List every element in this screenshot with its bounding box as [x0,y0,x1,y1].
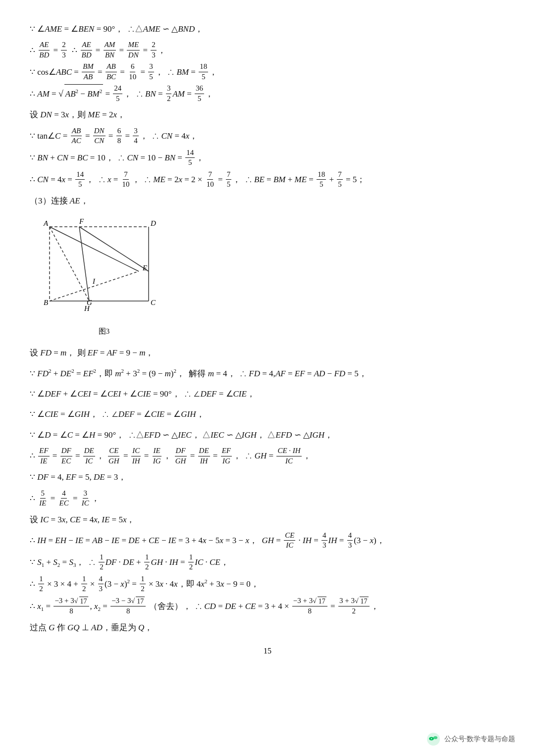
frac-CD-val: −3 + 3√178 [292,596,327,616]
text: IC · CE， [195,553,228,571]
diagram-label: 图3 [40,324,168,339]
text: , x2 = [90,597,110,615]
text: ， ∴ x = [86,170,120,189]
text: = [121,447,130,465]
text: （舍去）， ∴ CD = DE + CE = 3 + 4 × [147,597,291,615]
frac-14-5: 145 [185,148,195,168]
line-3: ∵ cos∠ABC = BMAB = ABBC = 610 = 35 ， ∴ B… [30,62,505,82]
text: × 3 × 4 + [45,575,80,593]
text: ∴ [30,447,37,465]
frac-2-3: 23 [61,40,67,60]
text: = [138,63,147,81]
text: = [51,41,60,59]
frac-7-10b: 710 [206,170,215,190]
text: = [107,127,115,145]
text: ∴ IH = EH − IE = AB − IE = DE + CE − IE … [30,531,283,550]
line-11: ∵ FD2 + DE2 = EF2，即 m2 + 32 = (9 − m)2， … [30,364,505,383]
line-5: 设 DN = 3x，则 ME = 2x， [30,105,505,124]
geometry-diagram: A F D E B G C H I [40,217,168,316]
line-21: ∴ 12 × 3 × 4 + 12 × 43 (3 − x)2 = 12 × 3… [30,574,505,594]
page-number: 15 [30,647,505,655]
frac-6-10: 610 [128,62,137,82]
text: GH · IH = [151,553,187,571]
frac-7-10: 710 [121,170,131,190]
diagram: A F D E B G C H I 图3 [40,217,168,339]
text: × 3x · 4x，即 4x2 + 3x − 9 = 0， [147,575,259,593]
svg-text:D: D [150,219,156,227]
text: ， [209,63,217,81]
svg-line-4 [50,227,139,271]
frac-1-2e: 12 [81,574,87,594]
text: (3 − x)2 = [105,575,139,593]
text: ∴ x1 = [30,597,53,615]
text: ∵ ∠DEF + ∠CEI = ∠CEI + ∠CIE = 90°， ∴ ∠DE… [30,385,255,403]
frac-4-3: 43 [321,531,327,551]
text: = [123,127,132,145]
text: = [83,127,92,145]
text: = [71,489,80,507]
math-content: ∵ ∠AME = ∠BEN = 90°， ∴△AME ∽ △BND， ∴ AEB… [30,20,505,637]
svg-text:C: C [151,299,156,306]
frac-3-5: 35 [148,62,154,82]
frac-4-3b: 43 [347,531,353,551]
text: ∵ FD2 + DE2 = EF2，即 m2 + 32 = (9 − m)2， … [30,364,367,383]
line-10: 设 FD = m， 则 EF = AF = 9 − m， [30,344,505,362]
line-13: ∵ ∠CIE = ∠GIH， ∴ ∠DEF = ∠CIE = ∠GIH， [30,405,505,423]
frac-EF-IE: EFIE [38,446,49,466]
text: ∴ AM = [30,85,58,103]
frac-EF-IG: EFIG [221,446,232,466]
text: ， ∴ ME = 2x = 2 × [132,170,205,189]
svg-text:H: H [84,304,90,312]
text: = 5； [344,170,366,189]
text: = [211,447,220,465]
line-16: ∵ DF = 4, EF = 5, DE = 3， [30,468,505,486]
line-15: ∴ EFIE = DFEC = DEIC ， CEGH = ICIH = IEI… [30,446,505,466]
frac-1-2b: 12 [144,553,150,572]
frac-ME-DN: MEDN [127,40,140,60]
frac-AE-BD2: AEBD [81,40,93,60]
frac-IC-IH: ICIH [131,446,141,466]
frac-2-3b: 23 [151,40,157,60]
text: ， ∴ BE = BM + ME = [232,170,316,189]
line-17: ∴ 5IE = 4EC = 3IC ， [30,489,505,508]
frac-4-EC: 4EC [58,489,70,508]
text: = [117,41,126,59]
text: + [327,170,336,189]
text: = [96,63,105,81]
line-8: ∴ CN = 4x = 145 ， ∴ x = 710 ， ∴ ME = 2x … [30,170,505,190]
svg-text:I: I [92,277,96,285]
line-19: ∴ IH = EH − IE = AB − IE = DE + CE − IE … [30,531,505,551]
text: = [118,63,127,81]
line-22: ∴ x1 = −3 + 3√178 , x2 = −3 − 3√178 （舍去）… [30,596,505,616]
svg-line-6 [79,227,89,301]
text: ∵ BN + CN = BC = 10， ∴ CN = 10 − BN = [30,149,184,167]
frac-AM-BN: AMBN [104,40,116,60]
brand-text: 公众号·数学专题与命题 [444,735,516,744]
text: = [216,170,225,189]
frac-x2: −3 − 3√178 [110,596,146,616]
text: ， [163,447,173,465]
text: = [328,597,337,615]
footer-brand: 公众号·数学专题与命题 [427,732,516,746]
text: (3 − x)， [354,531,384,550]
frac-5-IE: 5IE [38,489,47,508]
frac-14-5b: 145 [75,170,85,190]
line-2: ∴ AEBD = 23 ∴ AEBD = AMBN = MEDN = 23 ， [30,40,505,60]
frac-DE-IC: DEIC [83,446,95,466]
svg-text:A: A [43,219,49,227]
text: ∴ [30,489,37,507]
text: 设 IC = 3x, CE = 4x, IE = 5x， [30,510,135,529]
frac-3-2: 32 [166,84,172,103]
line-4: ∴ AM = √ AB2 − BM2 = 245 ， ∴ BN = 32 AM … [30,84,505,103]
text: · IH = [296,531,321,550]
page-number-text: 15 [264,647,271,655]
text: ∵ S1 + S2 = S3， ∴ [30,553,98,571]
text: ， ∴ GH = [233,447,275,465]
text: ， [196,149,204,167]
frac-4-3c: 43 [98,574,104,594]
line-1: ∵ ∠AME = ∠BEN = 90°， ∴△AME ∽ △BND， [30,20,505,38]
text: ∵ tan∠C = [30,127,69,145]
frac-7-5b: 75 [337,170,343,190]
frac-DE-IH: DEIH [198,446,210,466]
line-6: ∵ tan∠C = ABAC = DNCN = 68 = 34 ， ∴ CN =… [30,126,505,146]
